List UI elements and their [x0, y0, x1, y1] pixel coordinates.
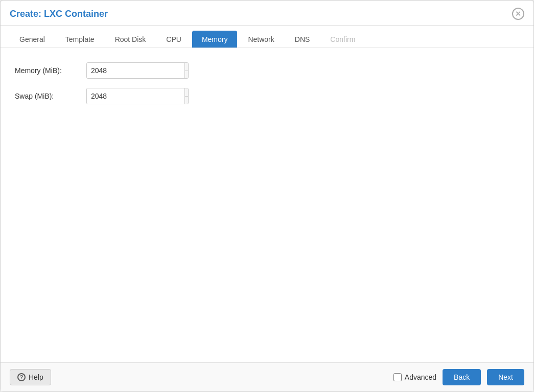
- advanced-label[interactable]: Advanced: [393, 373, 436, 381]
- memory-row: Memory (MiB): ▲ ▼: [15, 62, 519, 79]
- tab-cpu[interactable]: CPU: [156, 31, 191, 48]
- tab-root-disk[interactable]: Root Disk: [105, 31, 156, 48]
- swap-input[interactable]: [87, 88, 184, 104]
- advanced-text: Advanced: [405, 373, 436, 381]
- footer-left: ? Help: [10, 369, 51, 385]
- swap-row: Swap (MiB): ▲ ▼: [15, 88, 519, 104]
- memory-decrement-button[interactable]: ▼: [185, 71, 189, 79]
- help-label: Help: [29, 373, 43, 381]
- swap-input-wrapper: ▲ ▼: [86, 88, 189, 104]
- advanced-checkbox[interactable]: [393, 373, 402, 381]
- close-button[interactable]: ✕: [512, 8, 524, 20]
- dialog-title: Create: LXC Container: [10, 9, 108, 19]
- tab-content: Memory (MiB): ▲ ▼ Swap (MiB): ▲ ▼: [1, 48, 533, 362]
- memory-spinner-btns: ▲ ▼: [184, 63, 189, 78]
- memory-input-wrapper: ▲ ▼: [86, 62, 189, 79]
- memory-input[interactable]: [87, 63, 184, 78]
- swap-decrement-button[interactable]: ▼: [185, 97, 189, 104]
- back-button[interactable]: Back: [443, 369, 481, 385]
- next-button[interactable]: Next: [487, 369, 524, 385]
- tab-confirm: Confirm: [320, 31, 365, 48]
- create-lxc-dialog: Create: LXC Container ✕ General Template…: [0, 0, 534, 392]
- footer-right: Advanced Back Next: [393, 369, 524, 385]
- tab-network[interactable]: Network: [238, 31, 284, 48]
- memory-increment-button[interactable]: ▲: [185, 63, 189, 71]
- tab-dns[interactable]: DNS: [285, 31, 320, 48]
- tab-bar: General Template Root Disk CPU Memory Ne…: [1, 26, 533, 48]
- swap-spinner-btns: ▲ ▼: [184, 88, 189, 104]
- swap-increment-button[interactable]: ▲: [185, 88, 189, 97]
- dialog-footer: ? Help Advanced Back Next: [1, 362, 533, 391]
- close-icon: ✕: [515, 10, 521, 18]
- help-icon: ?: [17, 373, 26, 381]
- dialog-header: Create: LXC Container ✕: [1, 1, 533, 26]
- tab-general[interactable]: General: [10, 31, 55, 48]
- swap-label: Swap (MiB):: [15, 92, 86, 100]
- help-button[interactable]: ? Help: [10, 369, 51, 385]
- memory-label: Memory (MiB):: [15, 66, 86, 75]
- tab-memory[interactable]: Memory: [192, 31, 238, 48]
- tab-template[interactable]: Template: [56, 31, 104, 48]
